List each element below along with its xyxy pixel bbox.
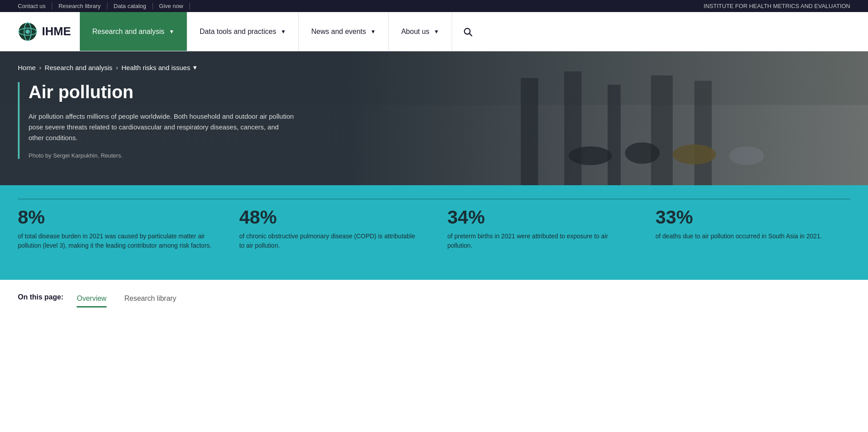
breadcrumb-sep-1: › bbox=[39, 64, 41, 71]
stat-desc-2: of preterm births in 2021 were attribute… bbox=[448, 232, 629, 250]
stat-item-0: 8% of total disease burden in 2021 was c… bbox=[18, 199, 226, 258]
on-this-page-section: On this page: Overview Research library bbox=[0, 280, 868, 308]
logo-area[interactable]: IHME bbox=[18, 22, 71, 42]
breadcrumb: Home › Research and analysis › Health ri… bbox=[18, 64, 850, 71]
data-catalog-toplink[interactable]: Data catalog bbox=[107, 3, 153, 9]
stat-desc-0: of total disease burden in 2021 was caus… bbox=[18, 232, 213, 250]
nav-research-label: Research and analysis bbox=[92, 28, 165, 36]
top-bar: Contact us Research library Data catalog… bbox=[0, 0, 868, 12]
on-this-page-label: On this page: bbox=[18, 293, 63, 301]
hero-content: Home › Research and analysis › Health ri… bbox=[0, 51, 868, 175]
stats-grid: 8% of total disease burden in 2021 was c… bbox=[18, 199, 850, 258]
logo-text: IHME bbox=[42, 25, 71, 38]
nav-about-chevron: ▼ bbox=[434, 29, 439, 35]
stat-item-2: 34% of preterm births in 2021 were attri… bbox=[434, 199, 642, 258]
on-this-page-row: On this page: Overview Research library bbox=[18, 293, 850, 308]
stat-number-0: 8% bbox=[18, 207, 213, 228]
breadcrumb-sep-2: › bbox=[116, 64, 118, 71]
stat-number-1: 48% bbox=[239, 207, 421, 228]
org-name: INSTITUTE FOR HEALTH METRICS AND EVALUAT… bbox=[703, 3, 850, 9]
stat-desc-1: of chronic obstructive pulmonary disease… bbox=[239, 232, 421, 250]
breadcrumb-dropdown-chevron: ▼ bbox=[192, 64, 198, 71]
site-header: IHME Research and analysis ▼ Data tools … bbox=[0, 12, 868, 51]
hero-section: Home › Research and analysis › Health ri… bbox=[0, 51, 868, 185]
give-now-toplink[interactable]: Give now bbox=[153, 3, 190, 9]
nav-news-chevron: ▼ bbox=[370, 29, 376, 35]
search-icon bbox=[463, 27, 473, 37]
page-tabs: Overview Research library bbox=[77, 295, 194, 307]
nav-data-tools-chevron: ▼ bbox=[280, 29, 286, 35]
nav-news-events[interactable]: News and events ▼ bbox=[299, 12, 389, 51]
top-bar-links: Contact us Research library Data catalog… bbox=[18, 3, 190, 9]
breadcrumb-current[interactable]: Health risks and issues ▼ bbox=[121, 64, 197, 71]
nav-data-tools-label: Data tools and practices bbox=[200, 28, 276, 36]
nav-data-tools[interactable]: Data tools and practices ▼ bbox=[187, 12, 299, 51]
tab-overview[interactable]: Overview bbox=[77, 295, 107, 307]
nav-research-chevron: ▼ bbox=[169, 29, 174, 35]
stat-number-3: 33% bbox=[655, 207, 837, 228]
research-library-toplink[interactable]: Research library bbox=[52, 3, 107, 9]
nav-about-label: About us bbox=[401, 28, 429, 36]
stats-section: 8% of total disease burden in 2021 was c… bbox=[0, 185, 868, 280]
hero-text-block: Air pollution Air pollution affects mill… bbox=[18, 82, 294, 159]
hero-photo-credit: Photo by Sergei Karpukhin, Reuters. bbox=[29, 152, 294, 159]
hero-description: Air pollution affects millions of people… bbox=[29, 111, 294, 143]
breadcrumb-research[interactable]: Research and analysis bbox=[45, 64, 112, 71]
stat-item-3: 33% of deaths due to air pollution occur… bbox=[642, 199, 850, 258]
nav-news-label: News and events bbox=[311, 28, 366, 36]
stat-desc-3: of deaths due to air pollution occurred … bbox=[655, 232, 837, 241]
tab-research-library[interactable]: Research library bbox=[124, 295, 176, 307]
main-nav: Research and analysis ▼ Data tools and p… bbox=[80, 12, 850, 51]
nav-research-analysis[interactable]: Research and analysis ▼ bbox=[80, 12, 187, 51]
contact-us-link[interactable]: Contact us bbox=[18, 3, 52, 9]
ihme-logo-icon bbox=[18, 22, 37, 42]
stat-item-1: 48% of chronic obstructive pulmonary dis… bbox=[226, 199, 434, 258]
nav-about-us[interactable]: About us ▼ bbox=[389, 12, 452, 51]
stat-number-2: 34% bbox=[448, 207, 629, 228]
breadcrumb-home[interactable]: Home bbox=[18, 64, 36, 71]
svg-point-3 bbox=[25, 29, 30, 34]
svg-line-5 bbox=[469, 33, 472, 36]
breadcrumb-current-label: Health risks and issues bbox=[121, 64, 190, 71]
search-button[interactable] bbox=[452, 12, 483, 51]
hero-title: Air pollution bbox=[29, 82, 294, 102]
